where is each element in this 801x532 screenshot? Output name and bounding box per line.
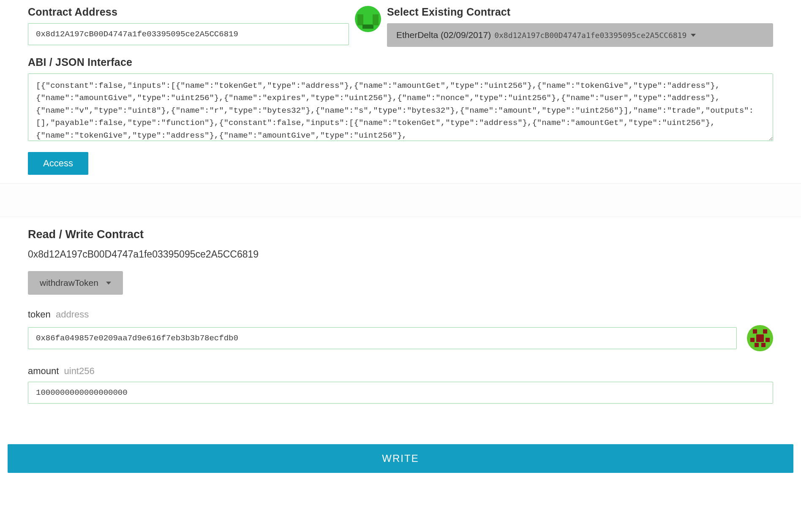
token-identicon-icon: [747, 325, 773, 351]
read-write-section: Read / Write Contract 0x8d12A197cB00D474…: [0, 217, 801, 421]
access-button[interactable]: Access: [28, 152, 88, 175]
param-amount-type: uint256: [64, 366, 95, 376]
abi-textarea[interactable]: [28, 73, 773, 141]
select-existing-label: Select Existing Contract: [387, 6, 773, 18]
rw-contract-address: 0x8d12A197cB00D4747a1fe03395095ce2A5CC68…: [28, 249, 773, 260]
section-divider: [0, 183, 801, 217]
function-selected-label: withdrawToken: [40, 278, 98, 288]
function-dropdown[interactable]: withdrawToken: [28, 271, 123, 295]
rw-title: Read / Write Contract: [28, 228, 773, 241]
contract-address-input[interactable]: [28, 23, 349, 45]
contract-address-label: Contract Address: [28, 6, 349, 18]
select-existing-dropdown[interactable]: EtherDelta (02/09/2017) 0x8d12A197cB00D4…: [387, 23, 773, 47]
caret-down-icon: [106, 282, 111, 285]
param-amount-label: amount: [28, 366, 59, 376]
caret-down-icon: [691, 34, 696, 37]
select-existing-name: EtherDelta (02/09/2017): [396, 30, 491, 40]
abi-label: ABI / JSON Interface: [28, 56, 773, 68]
param-token-type: address: [56, 309, 89, 320]
param-token: token address: [28, 309, 773, 351]
write-button[interactable]: WRITE: [8, 444, 793, 473]
param-amount-input[interactable]: [28, 382, 773, 404]
contract-access-section: Contract Address Select Existing Contrac…: [0, 0, 801, 183]
param-token-input[interactable]: [28, 327, 737, 349]
param-amount: amount uint256: [28, 366, 773, 404]
select-existing-addr: 0x8d12A197cB00D4747a1fe03395095ce2A5CC68…: [494, 31, 687, 40]
param-token-label: token: [28, 309, 51, 320]
contract-identicon-icon: [355, 6, 381, 32]
